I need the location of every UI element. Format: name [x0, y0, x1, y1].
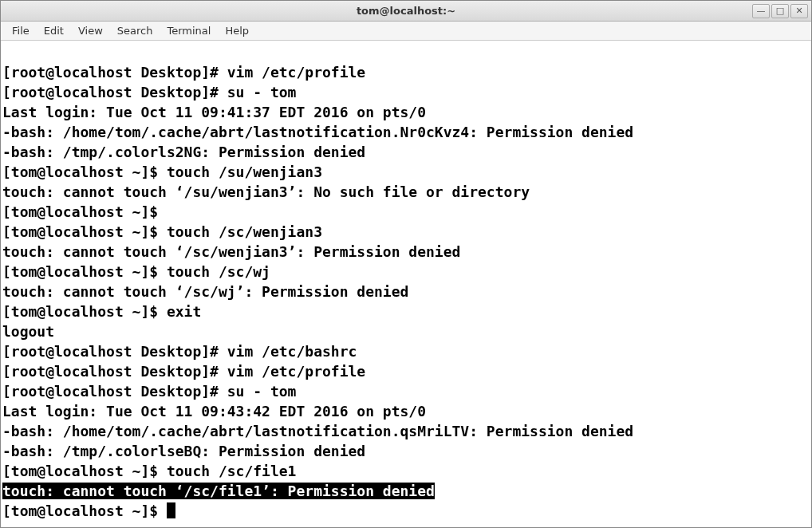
terminal-line: [tom@localhost ~]$ touch /su/wenjian3	[2, 164, 322, 180]
close-icon: ✕	[795, 6, 802, 16]
terminal-line: touch: cannot touch ‘/sc/wenjian3’: Perm…	[2, 243, 460, 260]
terminal-line: [root@localhost Desktop]# su - tom	[2, 84, 296, 100]
close-button[interactable]: ✕	[790, 4, 808, 18]
terminal-line: [root@localhost Desktop]# vim /etc/profi…	[2, 363, 365, 380]
maximize-button[interactable]: □	[771, 4, 789, 18]
terminal-area[interactable]: [root@localhost Desktop]# vim /etc/profi…	[1, 41, 811, 527]
titlebar: tom@localhost:~ — □ ✕	[1, 1, 811, 22]
terminal-line: [tom@localhost ~]$ exit	[2, 303, 201, 320]
menu-help[interactable]: Help	[219, 23, 255, 38]
menu-file[interactable]: File	[6, 23, 36, 38]
terminal-line: Last login: Tue Oct 11 09:43:42 EDT 2016…	[2, 403, 426, 420]
minimize-button[interactable]: —	[752, 4, 770, 18]
terminal-line: -bash: /tmp/.colorls2NG: Permission deni…	[2, 144, 365, 160]
menubar: File Edit View Search Terminal Help	[1, 22, 811, 41]
terminal-line: touch: cannot touch ‘/sc/wj’: Permission…	[2, 283, 408, 300]
maximize-icon: □	[776, 6, 784, 16]
terminal-line-highlighted: touch: cannot touch ‘/sc/file1’: Permiss…	[2, 483, 435, 499]
window-title: tom@localhost:~	[1, 5, 811, 17]
terminal-line: [root@localhost Desktop]# su - tom	[2, 383, 296, 400]
terminal-line: [tom@localhost ~]$	[2, 203, 167, 220]
terminal-line: logout	[2, 323, 54, 340]
window-controls: — □ ✕	[752, 4, 808, 18]
terminal-line: Last login: Tue Oct 11 09:41:37 EDT 2016…	[2, 104, 426, 120]
terminal-line: [tom@localhost ~]$ touch /sc/file1	[2, 463, 296, 479]
minimize-icon: —	[757, 6, 766, 16]
terminal-line: [root@localhost Desktop]# vim /etc/bashr…	[2, 343, 357, 360]
terminal-prompt: [tom@localhost ~]$	[2, 502, 167, 519]
menu-search[interactable]: Search	[111, 23, 160, 38]
terminal-line: -bash: /home/tom/.cache/abrt/lastnotific…	[2, 124, 633, 140]
terminal-line: -bash: /home/tom/.cache/abrt/lastnotific…	[2, 423, 633, 439]
terminal-line: [root@localhost Desktop]# vim /etc/profi…	[2, 64, 365, 81]
terminal-line: -bash: /tmp/.colorlseBQ: Permission deni…	[2, 443, 365, 459]
terminal-line: touch: cannot touch ‘/su/wenjian3’: No s…	[2, 183, 530, 200]
terminal-line: [tom@localhost ~]$ touch /sc/wenjian3	[2, 223, 322, 240]
cursor	[167, 502, 175, 518]
terminal-line: [tom@localhost ~]$ touch /sc/wj	[2, 263, 270, 280]
menu-edit[interactable]: Edit	[37, 23, 70, 38]
menu-terminal[interactable]: Terminal	[160, 23, 217, 38]
menu-view[interactable]: View	[72, 23, 109, 38]
